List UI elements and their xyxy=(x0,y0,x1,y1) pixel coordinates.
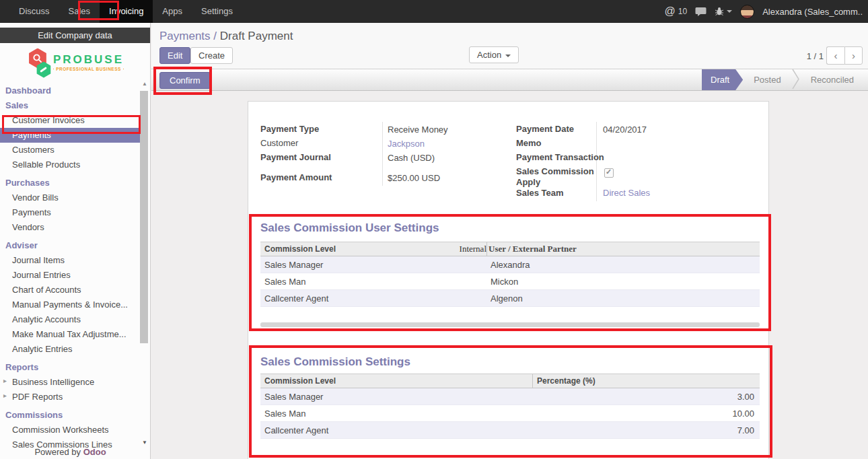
pager-previous-button[interactable]: ‹ xyxy=(826,46,844,65)
expand-arrow-icon: ▸ xyxy=(3,377,7,384)
column-percentage[interactable]: Percentage (%) xyxy=(532,374,760,388)
sidebar-nav: Dashboard Sales Customer Invoices Paymen… xyxy=(0,79,141,459)
table-horizontal-scrollbar[interactable] xyxy=(260,322,760,327)
nav-heading-dashboard: Dashboard xyxy=(0,83,141,98)
table-row[interactable]: Sales Man Mickon xyxy=(260,273,760,290)
sidebar-item-journal-entries[interactable]: Journal Entries xyxy=(0,268,141,283)
user-settings-header: Commission Level Internal User / Externa… xyxy=(260,242,760,256)
payment-date-value: 04/20/2017 xyxy=(603,125,647,135)
control-panel: Payments / Draft Payment Edit Create Act… xyxy=(151,23,868,69)
payment-type-value: Receive Money xyxy=(388,125,448,135)
sales-team-link[interactable]: Direct Sales xyxy=(603,188,650,198)
pager-next-button[interactable]: › xyxy=(844,46,863,65)
user-menu[interactable]: Alexandra (Sales_comm.. xyxy=(762,7,863,17)
sidebar-item-customers[interactable]: Customers xyxy=(0,143,141,157)
sales-team-label: Sales Team xyxy=(516,188,564,198)
commission-settings-header: Commission Level Percentage (%) xyxy=(260,374,760,388)
brand-tagline: PROFESSIONAL BUSINESS xyxy=(53,67,124,71)
sidebar-item-payments[interactable]: Payments xyxy=(0,128,141,143)
brand-name: PROBUSE xyxy=(53,53,124,67)
pager: ‹ › xyxy=(826,46,863,65)
pager-count: 1 / 1 xyxy=(807,51,824,61)
mentions-count: 10 xyxy=(678,7,687,16)
sidebar-item-customer-invoices[interactable]: Customer Invoices xyxy=(0,113,141,128)
payment-journal-value: Cash (USD) xyxy=(388,153,435,163)
menu-apps[interactable]: Apps xyxy=(153,0,192,23)
messages-icon[interactable] xyxy=(695,7,707,17)
memo-label: Memo xyxy=(516,138,542,148)
nav-heading-sales: Sales xyxy=(0,98,141,113)
mentions-counter[interactable]: @ 10 xyxy=(665,5,688,17)
payment-amount-value: $250.00 USD xyxy=(388,173,440,183)
user-settings-title: Sales Commission User Settings xyxy=(260,221,439,235)
top-navbar: Discuss Sales Invoicing Apps Settings @ … xyxy=(0,0,868,23)
table-row[interactable]: Sales Manager Alexandra xyxy=(260,256,760,273)
debug-caret-icon xyxy=(727,10,732,13)
logo-hexagons xyxy=(26,47,53,78)
create-button[interactable]: Create xyxy=(190,47,233,64)
action-caret-icon xyxy=(505,55,511,57)
sidebar-item-manual-payments[interactable]: Manual Payments & Invoice... xyxy=(0,297,141,312)
column-internal-fragment: Internal xyxy=(460,244,486,254)
menu-sales[interactable]: Sales xyxy=(59,0,100,23)
sidebar-item-pdf-reports[interactable]: ▸ PDF Reports xyxy=(0,390,141,404)
sidebar-item-vendor-bills[interactable]: Vendor Bills xyxy=(0,190,141,205)
menu-settings[interactable]: Settings xyxy=(192,0,242,23)
status-strip: Confirm Draft Posted Reconciled xyxy=(151,69,868,91)
status-chevron-icon xyxy=(792,69,800,92)
breadcrumb: Payments / Draft Payment xyxy=(159,30,293,43)
payment-type-label: Payment Type xyxy=(260,124,319,134)
breadcrumb-current: Draft Payment xyxy=(220,30,293,42)
column-user-external-partner[interactable]: User / External Partner xyxy=(486,242,760,256)
sidebar-item-analytic-accounts[interactable]: Analytic Accounts xyxy=(0,312,141,327)
sidebar-item-analytic-entries[interactable]: Analytic Entries xyxy=(0,342,141,357)
customer-label: Customer xyxy=(260,138,298,148)
at-icon: @ xyxy=(665,5,676,17)
nav-heading-purchases: Purchases xyxy=(0,176,141,190)
status-reconciled[interactable]: Reconciled xyxy=(800,69,865,90)
sidebar-item-tax-adjustments[interactable]: Make Manual Tax Adjustme... xyxy=(0,327,141,342)
sales-commission-apply-checkbox[interactable] xyxy=(604,168,614,178)
breadcrumb-separator: / xyxy=(213,30,217,42)
commission-settings-title: Sales Commission Settings xyxy=(260,355,410,369)
sidebar-scrollbar-thumb[interactable] xyxy=(140,91,148,343)
table-row[interactable]: Sales Man 10.00 xyxy=(260,405,760,422)
status-posted[interactable]: Posted xyxy=(743,69,791,90)
sidebar-item-journal-items[interactable]: Journal Items xyxy=(0,253,141,268)
edit-button[interactable]: Edit xyxy=(159,47,190,64)
sidebar-item-commission-worksheets[interactable]: Commission Worksheets xyxy=(0,423,141,437)
action-dropdown-button[interactable]: Action xyxy=(469,46,519,63)
menu-invoicing[interactable]: Invoicing xyxy=(100,0,153,23)
sidebar-item-business-intelligence[interactable]: ▸ Business Intelligence xyxy=(0,375,141,390)
table-row[interactable]: Callcenter Agent 7.00 xyxy=(260,422,760,439)
column-commission-level[interactable]: Commission Level Internal xyxy=(260,242,486,256)
table-row[interactable]: Sales Manager 3.00 xyxy=(260,388,760,405)
column-commission-level[interactable]: Commission Level xyxy=(260,374,532,388)
confirm-button[interactable]: Confirm xyxy=(159,72,211,89)
company-logo: PROBUSE PROFESSIONAL BUSINESS xyxy=(0,43,150,79)
breadcrumb-payments-link[interactable]: Payments xyxy=(159,30,211,42)
powered-by-odoo: Powered by Odoo xyxy=(0,447,141,457)
payment-form-sheet: Payment Type Receive Money Customer Jack… xyxy=(248,101,769,459)
user-settings-table: Commission Level Internal User / Externa… xyxy=(260,242,760,307)
debug-menu[interactable] xyxy=(715,7,732,16)
payment-transaction-label: Payment Transaction xyxy=(516,152,604,162)
user-avatar[interactable] xyxy=(740,5,754,19)
edit-company-button[interactable]: Edit Company data xyxy=(0,28,150,43)
sidebar-item-vendor-payments[interactable]: Payments xyxy=(0,205,141,220)
scroll-down-icon[interactable]: ▼ xyxy=(142,439,147,446)
sales-commission-apply-label: Sales Commission Apply xyxy=(516,166,598,188)
table-row[interactable]: Callcenter Agent Algenon xyxy=(260,290,760,307)
status-draft[interactable]: Draft xyxy=(702,69,743,90)
customer-link[interactable]: Jackpson xyxy=(388,139,425,149)
sidebar-item-chart-of-accounts[interactable]: Chart of Accounts xyxy=(0,283,141,297)
menu-discuss[interactable]: Discuss xyxy=(9,0,59,23)
app-window: Discuss Sales Invoicing Apps Settings @ … xyxy=(0,0,868,459)
expand-arrow-icon: ▸ xyxy=(3,392,7,399)
field-separator-line xyxy=(382,122,383,186)
sidebar-item-vendors[interactable]: Vendors xyxy=(0,220,141,235)
scroll-up-icon[interactable]: ▲ xyxy=(142,81,147,87)
sidebar: Edit Company data PROBUSE PROFESSIONAL B… xyxy=(0,23,151,459)
top-menus: Discuss Sales Invoicing Apps Settings xyxy=(0,0,242,23)
sidebar-item-sellable-products[interactable]: Sellable Products xyxy=(0,157,141,172)
